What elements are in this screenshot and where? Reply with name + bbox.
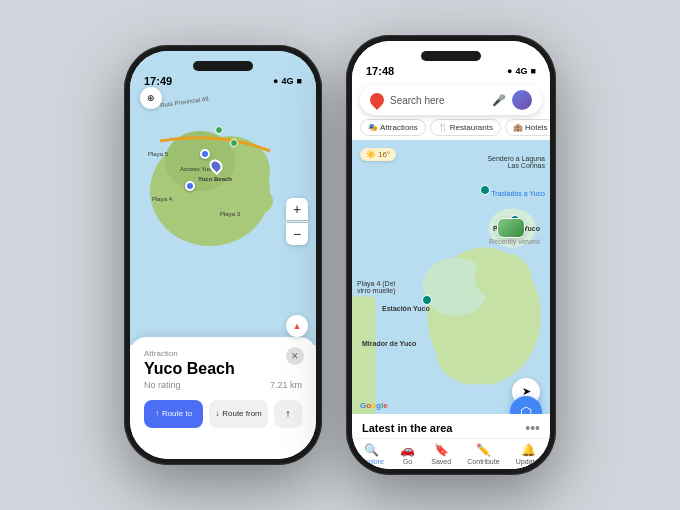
status-icons-right: ●4G■: [507, 66, 536, 76]
status-icons-left: ●4G■: [273, 76, 302, 86]
maps-fab-icon: ⬡: [520, 404, 532, 414]
hotels-filter[interactable]: 🏨 Hotels: [505, 119, 550, 136]
location-type: Attraction: [144, 349, 302, 358]
updates-icon: 🔔: [521, 443, 536, 457]
more-button[interactable]: •••: [525, 420, 540, 436]
restaurants-filter[interactable]: 🍴 Restaurants: [430, 119, 501, 136]
zoom-out-button[interactable]: −: [286, 223, 308, 245]
playa3-label: Playa 3: [220, 211, 240, 217]
photo-pin: [497, 218, 525, 238]
estacion-label: Estación Yuco: [382, 305, 430, 312]
filter-tabs: 🎭 Attractions 🍴 Restaurants 🏨 Hotels: [352, 119, 550, 140]
route-from-icon: ↓: [215, 409, 219, 418]
pin-small-1: [230, 139, 238, 147]
google-maps-logo: [367, 90, 387, 110]
search-input[interactable]: Search here: [390, 95, 486, 106]
playa4-label: Playa 4: [152, 196, 172, 202]
location-card: ✕ Attraction Yuco Beach No rating 7.21 k…: [130, 337, 316, 459]
nav-contribute[interactable]: ✏️ Contribute: [467, 443, 499, 465]
svg-rect-9: [352, 297, 376, 414]
route-from-button[interactable]: ↓ Route from: [209, 400, 268, 428]
hotels-icon: 🏨: [513, 123, 523, 132]
location-actions: ↑ Route to ↓ Route from ↑: [144, 400, 302, 428]
left-phone: 17:49 ●4G■ ⊕: [124, 45, 322, 465]
latest-title: Latest in the area: [362, 422, 452, 434]
go-icon: 🚗: [400, 443, 415, 457]
contribute-icon: ✏️: [476, 443, 491, 457]
user-avatar[interactable]: [512, 90, 532, 110]
yuco-beach-pin[interactable]: [210, 159, 222, 173]
traslados-label: Traslados a Yuco: [491, 190, 545, 197]
explore-icon: 🔍: [364, 443, 379, 457]
playa4-label-right: Playa 4 (Delvirro muelle): [357, 280, 396, 294]
nav-go[interactable]: 🚗 Go: [400, 443, 415, 465]
zoom-in-button[interactable]: +: [286, 198, 308, 220]
apple-maps-screen: 17:49 ●4G■ ⊕: [130, 51, 316, 459]
location-name: Yuco Beach: [144, 360, 302, 378]
zoom-controls: + −: [286, 198, 308, 245]
attractions-filter[interactable]: 🎭 Attractions: [360, 119, 426, 136]
pin-teal-1: [480, 185, 490, 195]
svg-point-7: [437, 326, 512, 385]
google-logo: Google: [360, 401, 388, 410]
search-bar[interactable]: Search here 🎤: [360, 85, 542, 115]
weather-icon: ☀️: [366, 150, 376, 159]
microphone-icon[interactable]: 🎤: [492, 94, 506, 107]
route-to-icon: ↑: [155, 409, 159, 418]
restaurants-icon: 🍴: [438, 123, 448, 132]
google-maps-screen: 17:48 ●4G■ Search here 🎤 🎭 Attractions: [352, 41, 550, 469]
svg-point-6: [475, 252, 532, 301]
svg-point-3: [237, 187, 273, 215]
share-button[interactable]: ↑: [274, 400, 302, 428]
nav-updates[interactable]: 🔔 Updates: [516, 443, 542, 465]
saved-icon: 🔖: [434, 443, 449, 457]
share-icon: ↑: [286, 408, 291, 419]
location-rating: No rating: [144, 380, 181, 390]
compass-button[interactable]: ▲: [286, 315, 308, 337]
compass-icon: ▲: [293, 321, 302, 331]
bottom-navigation: 🔍 Explore 🚗 Go 🔖 Saved ✏️ Contribute 🔔: [352, 438, 550, 469]
mirador-label: Mirador de Yuco: [362, 340, 416, 347]
weather-badge: ☀️ 16°: [360, 148, 396, 161]
right-phone: 17:48 ●4G■ Search here 🎤 🎭 Attractions: [346, 35, 556, 475]
bottom-panel: Latest in the area •••: [352, 414, 550, 436]
route-to-button[interactable]: ↑ Route to: [144, 400, 203, 428]
location-distance: 7.21 km: [270, 380, 302, 390]
nav-explore[interactable]: 🔍 Explore: [360, 443, 384, 465]
attractions-icon: 🎭: [368, 123, 378, 132]
close-button[interactable]: ✕: [286, 347, 304, 365]
layer-icon: ⊕: [147, 93, 155, 103]
status-time-right: 17:48: [366, 65, 394, 77]
pin-small-2: [215, 126, 223, 134]
sendero-label: Sendero a LagunaLas Corinas: [487, 155, 545, 169]
status-time-left: 17:49: [144, 75, 172, 87]
pin-blue-2: [185, 181, 195, 191]
recently-viewed-label: Recently viewed: [489, 238, 540, 245]
yuco-beach-label: Yuco Beach: [198, 176, 232, 182]
nav-saved[interactable]: 🔖 Saved: [431, 443, 451, 465]
google-map-area: ☀️ 16° Sendero a LagunaLas Corinas Trasl…: [352, 140, 550, 414]
pin-blue-1: [200, 149, 210, 159]
playa5-label: Playa 5: [148, 151, 168, 157]
pin-teal-3: [422, 295, 432, 305]
